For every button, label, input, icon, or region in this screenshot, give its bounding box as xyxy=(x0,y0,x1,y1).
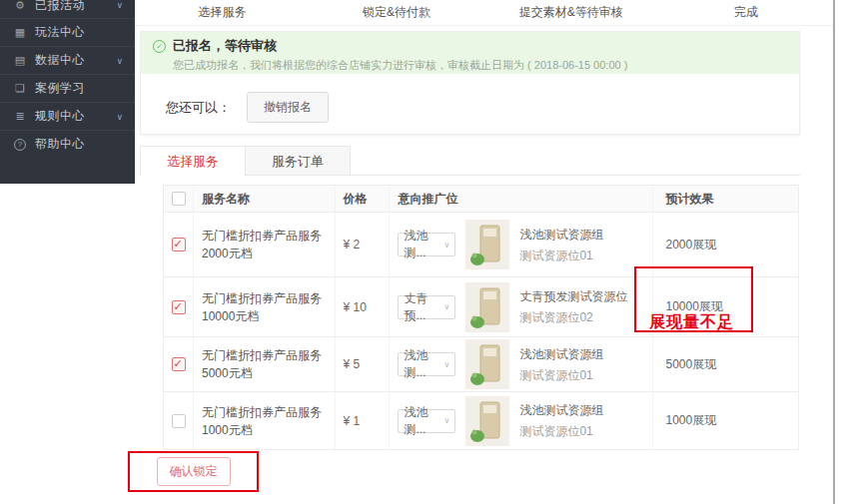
slot-select-value: 丈青预... xyxy=(404,290,443,324)
confirm-lock-button[interactable]: 确认锁定 xyxy=(157,457,231,486)
product-thumbnail xyxy=(465,220,509,269)
service-name: 无门槛折扣券产品服务10000元档 xyxy=(202,289,327,325)
sidebar-item-label: 帮助中心 xyxy=(35,136,123,153)
slot-select-dropdown[interactable]: 丈青预... ∨ xyxy=(398,295,455,319)
sidebar-item-label: 已报活动 xyxy=(35,0,116,14)
row-checkbox[interactable] xyxy=(172,357,186,371)
service-price: ¥ 1 xyxy=(344,414,361,428)
table-row: 无门槛折扣券产品服务5000元档 ¥ 5 浅池测... ∨ 浅池测试资源组 测试… xyxy=(164,336,798,391)
resource-group-name: 浅池测试资源组 xyxy=(519,229,603,241)
step-submit-review: 提交素材&等待审核 xyxy=(484,4,659,21)
col-header-service-name: 服务名称 xyxy=(194,186,336,212)
sidebar-item-data-center[interactable]: ▤ 数据中心 ∨ xyxy=(0,46,135,74)
annotation-insufficient-label: 展现量不足 xyxy=(649,312,734,333)
step-select-service: 选择服务 xyxy=(135,4,310,21)
col-header-price: 价格 xyxy=(336,186,391,212)
step-lock-payment: 锁定&待付款 xyxy=(310,4,484,21)
alert-title: 已报名，等待审核 xyxy=(173,37,277,55)
expected-effect: 2000展现 xyxy=(665,237,716,253)
slot-select-dropdown[interactable]: 浅池测... ∨ xyxy=(398,233,455,256)
expected-effect: 1000展现 xyxy=(665,412,716,429)
service-price: ¥ 5 xyxy=(344,357,361,371)
annotation-box-confirm: 确认锁定 xyxy=(128,451,259,492)
product-thumbnail xyxy=(465,396,509,446)
sidebar: ⚙ 已报活动 ∨ ▦ 玩法中心 ▤ 数据中心 ∨ ❏ 案例学习 ≣ 规则中心 ∨… xyxy=(0,0,135,184)
sidebar-item-help-center[interactable]: ? 帮助中心 xyxy=(0,130,135,158)
resource-slot-name: 测试资源位02 xyxy=(519,311,627,323)
service-name: 无门槛折扣券产品服务1000元档 xyxy=(202,403,327,439)
sidebar-item-case-study[interactable]: ❏ 案例学习 xyxy=(0,74,135,102)
slot-select-value: 浅池测... xyxy=(404,347,443,381)
chevron-down-icon: ∨ xyxy=(116,56,123,66)
sidebar-item-play-center[interactable]: ▦ 玩法中心 xyxy=(0,18,135,46)
sidebar-item-label: 规则中心 xyxy=(35,108,116,125)
check-circle-icon: ✓ xyxy=(153,40,166,53)
step-done: 完成 xyxy=(658,4,833,21)
expected-effect: 5000展现 xyxy=(665,356,716,373)
book-icon: ❏ xyxy=(12,82,28,95)
row-checkbox[interactable] xyxy=(172,300,186,314)
help-icon: ? xyxy=(14,139,26,151)
slot-select-value: 浅池测... xyxy=(404,404,443,438)
gift-icon: ▦ xyxy=(12,26,28,39)
table-row: 无门槛折扣券产品服务1000元档 ¥ 1 浅池测... ∨ 浅池测试资源组 测试… xyxy=(164,391,798,449)
service-name: 无门槛折扣券产品服务5000元档 xyxy=(202,346,327,382)
row-checkbox[interactable] xyxy=(172,238,186,252)
rules-icon: ≣ xyxy=(12,110,28,123)
chevron-down-icon: ∨ xyxy=(444,416,450,425)
chevron-down-icon: ∨ xyxy=(116,112,123,122)
tab-bar: 选择服务 服务订单 xyxy=(140,146,800,176)
select-all-checkbox[interactable] xyxy=(172,192,186,206)
status-panel: ✓ 已报名，等待审核 您已成功报名，我们将根据您的综合店铺实力进行审核，审核截止… xyxy=(140,31,800,135)
chevron-down-icon: ∨ xyxy=(444,241,450,250)
sidebar-item-label: 案例学习 xyxy=(35,80,123,97)
chevron-icon: ∨ xyxy=(116,0,123,10)
gear-icon: ⚙ xyxy=(12,0,28,12)
table-header-row: 服务名称 价格 意向推广位 预计效果 xyxy=(164,186,798,212)
chart-icon: ▤ xyxy=(12,54,28,67)
col-header-slot: 意向推广位 xyxy=(390,186,653,212)
product-thumbnail xyxy=(465,282,509,332)
resource-group-name: 丈青预发测试资源位 xyxy=(519,290,627,302)
page-border xyxy=(833,0,835,504)
chevron-down-icon: ∨ xyxy=(444,360,450,369)
service-price: ¥ 2 xyxy=(344,238,361,252)
chevron-down-icon: ∨ xyxy=(444,302,450,311)
service-price: ¥ 10 xyxy=(344,300,367,314)
more-actions-label: 您还可以： xyxy=(166,99,231,117)
resource-slot-name: 测试资源位01 xyxy=(519,425,603,437)
divider xyxy=(135,25,833,26)
resource-group-name: 浅池测试资源组 xyxy=(519,404,603,416)
alert-description: 您已成功报名，我们将根据您的综合店铺实力进行审核，审核截止日期为 ( 2018-… xyxy=(173,58,787,73)
tab-select-service[interactable]: 选择服务 xyxy=(140,146,246,176)
resource-slot-name: 测试资源位01 xyxy=(519,250,603,261)
tab-service-orders[interactable]: 服务订单 xyxy=(245,146,351,176)
slot-select-dropdown[interactable]: 浅池测... ∨ xyxy=(398,352,455,376)
resource-slot-name: 测试资源位01 xyxy=(519,369,603,381)
row-checkbox[interactable] xyxy=(172,414,186,428)
col-header-effect: 预计效果 xyxy=(653,186,798,212)
cancel-signup-button[interactable]: 撤销报名 xyxy=(247,92,329,123)
sidebar-item-label: 玩法中心 xyxy=(35,24,123,41)
sidebar-item-rules-center[interactable]: ≣ 规则中心 ∨ xyxy=(0,102,135,130)
resource-group-name: 浅池测试资源组 xyxy=(519,348,603,360)
step-indicator: 选择服务 锁定&待付款 提交素材&等待审核 完成 xyxy=(135,4,833,21)
service-name: 无门槛折扣券产品服务2000元档 xyxy=(202,227,327,262)
success-alert: ✓ 已报名，等待审核 您已成功报名，我们将根据您的综合店铺实力进行审核，审核截止… xyxy=(141,32,799,74)
slot-select-dropdown[interactable]: 浅池测... ∨ xyxy=(398,409,455,433)
product-thumbnail xyxy=(465,339,509,389)
sidebar-item-reported-activities[interactable]: ⚙ 已报活动 ∨ xyxy=(0,0,135,18)
slot-select-value: 浅池测... xyxy=(404,228,443,261)
sidebar-item-label: 数据中心 xyxy=(35,52,116,69)
